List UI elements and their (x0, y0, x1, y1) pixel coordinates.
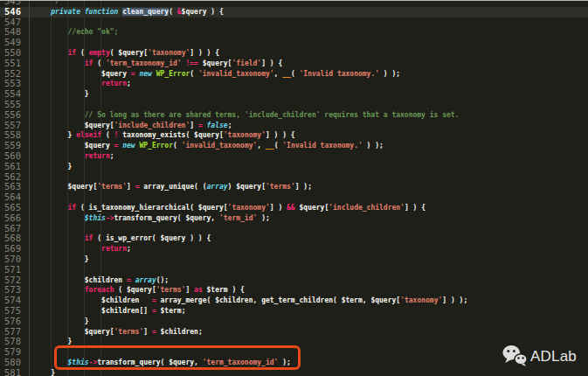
line-number: 550 (0, 48, 30, 59)
code-line-553[interactable]: 553 return; (0, 79, 588, 89)
code-text: $children = array_merge( $children, get_… (30, 296, 467, 306)
code-line-566[interactable]: 566 $this->transform_query( $query, 'ter… (0, 213, 588, 224)
code-line-557[interactable]: 557 $query['include_children'] = false; (0, 121, 588, 131)
code-line-568[interactable]: 568 if ( is_wp_error( $query ) ) { (0, 233, 588, 244)
code-text: // So long as there are shared terms, 'i… (30, 110, 459, 121)
line-number: 556 (0, 110, 30, 121)
code-text: if ( is_taxonomy_hierarchical( $query['t… (30, 203, 425, 213)
code-line-569[interactable]: 569 return; (0, 244, 588, 254)
code-line-579[interactable]: 579 (0, 347, 588, 358)
code-line-572[interactable]: 572 $children = array(); (0, 275, 588, 286)
code-text: } elseif ( ! taxonomy_exists( $query['ta… (30, 130, 295, 141)
line-number: 571 (0, 265, 30, 275)
code-line-549[interactable]: 549 (0, 38, 588, 48)
code-line-580[interactable]: 580 $this->transform_query( $query, 'ter… (0, 358, 588, 368)
line-number: 551 (0, 59, 30, 69)
adlab-watermark: ADLab (502, 344, 577, 370)
code-line-575[interactable]: 575 $children[] = $term; (0, 306, 588, 317)
code-line-581[interactable]: 581 } (0, 368, 588, 376)
line-number: 561 (0, 162, 30, 172)
line-number: 581 (0, 368, 30, 376)
code-text: if ( empty( $query['taxonomy'] ) ) { (30, 48, 219, 59)
code-line-561[interactable]: 561 } (0, 162, 588, 172)
code-text: return; (30, 151, 114, 162)
code-text: foreach ( $query['terms'] as $term ) { (30, 285, 245, 296)
code-text: $this->transform_query( $query, 'term_id… (30, 213, 270, 224)
code-line-555[interactable]: 555 (0, 100, 588, 110)
code-line-563[interactable]: 563 $query['terms'] = array_unique( (arr… (0, 182, 588, 192)
code-line-574[interactable]: 574 $children = array_merge( $children, … (0, 296, 588, 306)
code-line-559[interactable]: 559 $query = new WP_Error( 'invalid_taxo… (0, 141, 588, 151)
code-text: $children[] = $term; (30, 306, 185, 317)
line-number: 565 (0, 203, 30, 213)
code-text: if ( is_wp_error( $query ) ) { (30, 233, 211, 244)
code-text: return; (30, 244, 131, 254)
code-text: private function clean_query( &$query ) … (30, 7, 224, 17)
line-number: 570 (0, 254, 30, 265)
code-line-556[interactable]: 556 // So long as there are shared terms… (0, 110, 588, 121)
line-number: 575 (0, 306, 30, 317)
code-text: $query['terms'] = array_unique( (array) … (30, 182, 312, 192)
code-line-571[interactable]: 571 (0, 265, 588, 275)
code-line-570[interactable]: 570 } (0, 254, 588, 265)
code-line-573[interactable]: 573 foreach ( $query['terms'] as $term )… (0, 285, 588, 296)
code-lines: 545 */546 private function clean_query( … (0, 0, 588, 376)
code-line-550[interactable]: 550 if ( empty( $query['taxonomy'] ) ) { (0, 48, 588, 59)
code-text: } (30, 254, 89, 265)
code-line-548[interactable]: 548 //echo "ok"; (0, 27, 588, 38)
code-text: } (30, 368, 55, 376)
code-editor: 545 */546 private function clean_query( … (0, 0, 588, 376)
line-number: 546 (0, 7, 30, 17)
code-line-567[interactable]: 567 (0, 224, 588, 234)
code-line-560[interactable]: 560 return; (0, 151, 588, 162)
code-text: $query = new WP_Error( 'invalid_taxonomy… (30, 69, 400, 80)
line-number: 566 (0, 213, 30, 224)
code-text: $query = new WP_Error( 'invalid_taxonomy… (30, 141, 384, 151)
code-line-576[interactable]: 576 } (0, 317, 588, 327)
code-text: } (30, 317, 89, 327)
code-text: $query['terms'] = $children; (30, 327, 203, 338)
line-number: 580 (0, 358, 30, 368)
code-line-564[interactable]: 564 (0, 192, 588, 203)
code-line-577[interactable]: 577 $query['terms'] = $children; (0, 327, 588, 338)
code-text: $this->transform_query( $query, 'term_ta… (30, 358, 291, 368)
code-line-578[interactable]: 578 } (0, 337, 588, 347)
code-text: $children = array(); (30, 275, 169, 286)
line-number: 555 (0, 100, 30, 110)
code-text: //echo "ok"; (30, 27, 118, 38)
code-line-565[interactable]: 565 if ( is_taxonomy_hierarchical( $quer… (0, 203, 588, 213)
wechat-icon (502, 344, 528, 371)
code-line-547[interactable]: 547 (0, 17, 588, 28)
code-line-554[interactable]: 554 } (0, 89, 588, 100)
code-line-562[interactable]: 562 (0, 172, 588, 183)
code-line-551[interactable]: 551 if ( 'term_taxonomy_id' !== $query['… (0, 59, 588, 69)
code-text: */ (30, 0, 59, 7)
line-number: 576 (0, 317, 30, 327)
code-text: } (30, 337, 72, 347)
code-text: } (30, 89, 89, 100)
code-text: $query['include_children'] = false; (30, 121, 232, 131)
code-line-545[interactable]: 545 */ (0, 0, 588, 7)
adlab-label: ADLab (530, 348, 577, 366)
code-line-558[interactable]: 558 } elseif ( ! taxonomy_exists( $query… (0, 130, 588, 141)
code-text: } (30, 162, 72, 172)
code-text: if ( 'term_taxonomy_id' !== $query['fiel… (30, 59, 282, 69)
code-line-546[interactable]: 546 private function clean_query( &$quer… (0, 7, 588, 17)
code-text: return; (30, 79, 131, 89)
code-line-552[interactable]: 552 $query = new WP_Error( 'invalid_taxo… (0, 69, 588, 80)
line-number: 560 (0, 151, 30, 162)
